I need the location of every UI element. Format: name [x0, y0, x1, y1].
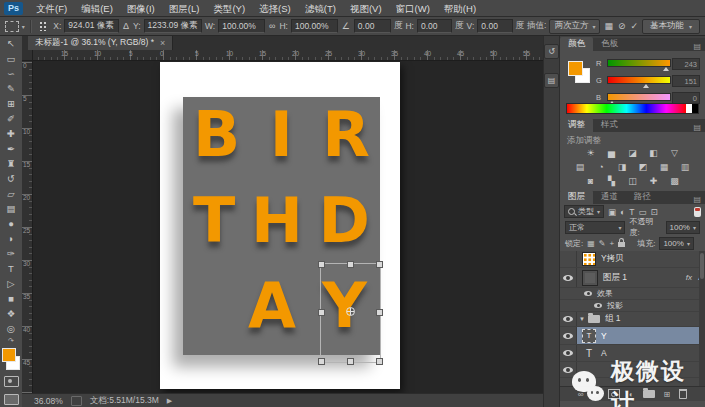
- lock-image-pixels-icon[interactable]: ✎: [599, 239, 606, 248]
- layer-row-y-copy[interactable]: Y拷贝: [560, 251, 705, 268]
- photo-filter-icon[interactable]: ◩: [636, 161, 651, 173]
- drop-shadow-row[interactable]: 投影: [560, 300, 705, 312]
- document-tab[interactable]: 未标题-1 @ 36.1% (Y, RGB/8) * ×: [28, 36, 173, 50]
- commit-transform-icon[interactable]: ✓: [629, 21, 639, 31]
- transform-bounding-box[interactable]: [320, 263, 381, 363]
- levels-icon[interactable]: ▅: [604, 147, 619, 159]
- interpolation-select[interactable]: 两次立方 ▾: [549, 19, 600, 34]
- transform-handle-middle-left[interactable]: [318, 309, 325, 316]
- curves-icon[interactable]: ◪: [625, 147, 640, 159]
- eyedropper-tool[interactable]: ✐: [0, 111, 22, 126]
- transform-handle-middle-right[interactable]: [376, 309, 383, 316]
- y-input[interactable]: 1233.09 像素: [144, 19, 202, 33]
- spectrum-black-chip[interactable]: [692, 104, 698, 113]
- tool-preset-dropdown-icon[interactable]: ▾: [22, 23, 25, 30]
- filter-pixel-layers-icon[interactable]: ▣: [608, 207, 616, 217]
- marquee-tool[interactable]: ▭: [0, 51, 22, 66]
- foreground-color-swatch[interactable]: [2, 348, 16, 362]
- eye-icon[interactable]: [584, 291, 592, 296]
- transform-handle-bottom-left[interactable]: [318, 358, 325, 365]
- status-arrow-icon[interactable]: ▶: [167, 397, 172, 405]
- layer-thumbnail[interactable]: [582, 270, 598, 286]
- properties-panel-icon[interactable]: ▤: [544, 73, 559, 88]
- healing-brush-tool[interactable]: ✚: [0, 126, 22, 141]
- horizontal-ruler[interactable]: 15 10 5 0 5 10 15 20 25 30 35 40 45 50 5…: [32, 50, 543, 61]
- posterize-icon[interactable]: ▚: [604, 175, 619, 187]
- vertical-ruler[interactable]: 0 5 10 15 20 25 30 35 40 45 50: [22, 60, 33, 393]
- tool-preset-icon[interactable]: [5, 21, 19, 32]
- hand-tool[interactable]: ❖: [0, 306, 22, 321]
- transform-handle-top-center[interactable]: [347, 261, 354, 268]
- filter-shape-layers-icon[interactable]: ▭: [638, 207, 646, 217]
- brightness-contrast-icon[interactable]: ☀: [583, 147, 598, 159]
- lock-position-icon[interactable]: +: [610, 239, 615, 248]
- lock-transparent-pixels-icon[interactable]: ▦: [587, 239, 595, 248]
- relative-position-icon[interactable]: Δ: [122, 21, 130, 31]
- layer-row-y-selected[interactable]: T Y: [560, 327, 705, 345]
- filter-adjustment-layers-icon[interactable]: ◐: [620, 207, 625, 217]
- black-white-icon[interactable]: ◨: [615, 161, 630, 173]
- crop-tool[interactable]: ⊞: [0, 96, 22, 111]
- gradient-tool[interactable]: ▤: [0, 201, 22, 216]
- menu-select[interactable]: 选择(S): [252, 0, 298, 17]
- transform-handle-bottom-center[interactable]: [347, 358, 354, 365]
- menu-type[interactable]: 类型(Y): [206, 0, 252, 17]
- zoom-level[interactable]: 36.08%: [34, 396, 63, 406]
- menu-view[interactable]: 视图(V): [343, 0, 389, 17]
- blur-tool[interactable]: ●: [0, 216, 22, 231]
- selected-layer-strip[interactable]: T Y: [577, 327, 705, 344]
- height-input[interactable]: 100.00%: [291, 19, 338, 33]
- maintain-aspect-ratio-icon[interactable]: ∞: [268, 21, 276, 31]
- filter-on-off-toggle[interactable]: [694, 207, 701, 217]
- blend-mode-select[interactable]: 正常 ▾: [565, 221, 625, 234]
- hue-saturation-icon[interactable]: ▤: [573, 161, 588, 173]
- red-slider[interactable]: [607, 59, 671, 67]
- quick-selection-tool[interactable]: ✎: [0, 81, 22, 96]
- menu-layer[interactable]: 图层(L): [162, 0, 207, 17]
- red-slider-thumb[interactable]: [663, 67, 669, 71]
- green-slider[interactable]: [607, 76, 671, 84]
- warp-mode-icon[interactable]: ▦: [603, 21, 614, 31]
- quick-mask-icon[interactable]: [4, 376, 19, 387]
- lock-all-icon[interactable]: [618, 242, 625, 247]
- pen-tool[interactable]: ✑: [0, 246, 22, 261]
- panel-foreground-swatch[interactable]: [568, 61, 583, 76]
- menu-window[interactable]: 窗口(W): [389, 0, 437, 17]
- channel-mixer-icon[interactable]: ▦: [657, 161, 672, 173]
- tab-swatches[interactable]: 色板: [593, 37, 626, 51]
- selective-color-icon[interactable]: ✚: [646, 175, 661, 187]
- menu-filter[interactable]: 滤镜(T): [298, 0, 343, 17]
- eraser-tool[interactable]: ▱: [0, 186, 22, 201]
- menu-edit[interactable]: 编辑(E): [74, 0, 120, 17]
- green-value[interactable]: 151: [672, 75, 700, 87]
- group-expand-icon[interactable]: ▼: [577, 316, 588, 322]
- cancel-transform-icon[interactable]: ⊘: [617, 21, 627, 31]
- color-spectrum-bar[interactable]: [566, 103, 699, 114]
- path-selection-tool[interactable]: ▷: [0, 276, 22, 291]
- transform-handle-top-left[interactable]: [318, 261, 325, 268]
- tab-paths[interactable]: 路径: [626, 190, 659, 204]
- reference-point-locator[interactable]: [39, 21, 49, 31]
- opacity-select[interactable]: 100% ▾: [666, 221, 700, 234]
- angle-input[interactable]: 0.00: [354, 19, 391, 33]
- threshold-icon[interactable]: ◫: [625, 175, 640, 187]
- menu-file[interactable]: 文件(F): [29, 0, 74, 17]
- text-layer-thumbnail[interactable]: T: [582, 329, 596, 343]
- type-tool[interactable]: T: [0, 261, 22, 276]
- swap-colors-icon[interactable]: ↷: [0, 336, 22, 346]
- visibility-toggle[interactable]: [560, 312, 577, 326]
- history-brush-tool[interactable]: ↺: [0, 171, 22, 186]
- x-input[interactable]: 924.01 像素: [64, 19, 119, 33]
- color-lookup-icon[interactable]: ▥: [678, 161, 693, 173]
- blue-slider[interactable]: [607, 93, 671, 101]
- color-balance-icon[interactable]: ◔: [594, 161, 609, 173]
- visibility-toggle[interactable]: [560, 327, 577, 344]
- v-skew-input[interactable]: 0.00: [477, 19, 512, 33]
- layer-thumbnail[interactable]: [582, 252, 596, 266]
- panel-menu-icon[interactable]: ▤: [693, 123, 705, 132]
- h-skew-input[interactable]: 0.00: [417, 19, 452, 33]
- invert-icon[interactable]: ◙: [583, 175, 598, 187]
- filter-smart-objects-icon[interactable]: ⊡: [650, 207, 657, 217]
- menu-image[interactable]: 图像(I): [120, 0, 162, 17]
- vibrance-icon[interactable]: ▽: [667, 147, 682, 159]
